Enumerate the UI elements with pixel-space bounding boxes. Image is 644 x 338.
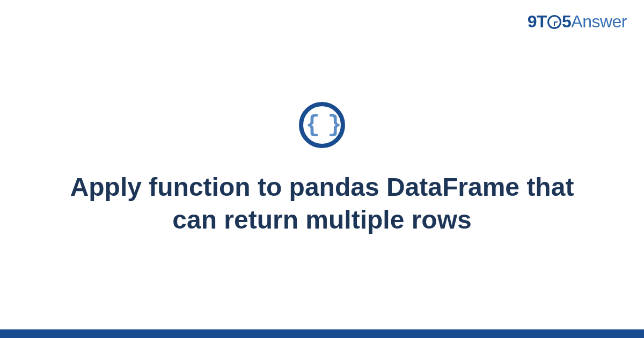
curly-braces-icon: { } xyxy=(305,112,338,138)
topic-icon-circle: { } xyxy=(299,102,345,148)
footer-accent-bar xyxy=(0,329,644,338)
page-title: Apply function to pandas DataFrame that … xyxy=(64,171,580,237)
content-area: { } Apply function to pandas DataFrame t… xyxy=(0,0,644,338)
